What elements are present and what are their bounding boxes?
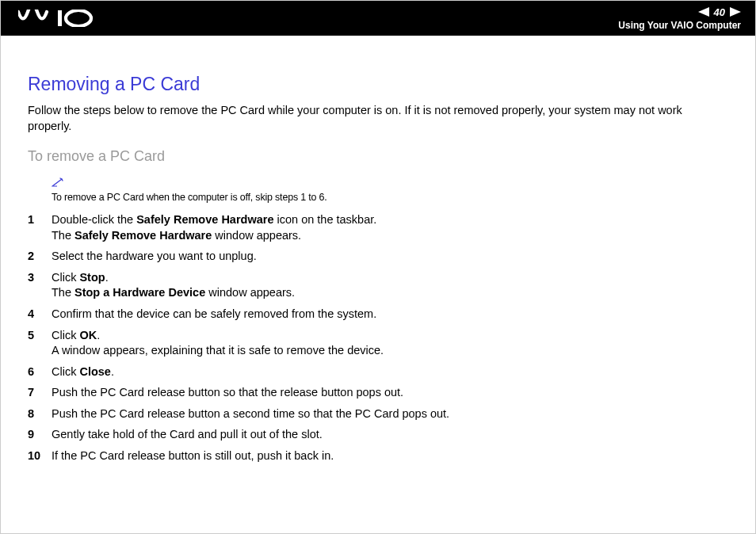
step-text: If the PC Card release button is still o… [52,448,728,464]
step-number: 2 [28,249,52,265]
page-content: Removing a PC Card Follow the steps belo… [1,36,755,463]
svg-rect-0 [58,10,62,26]
page-nav: 40 [698,6,741,18]
step-text: Gently take hold of the Card and pull it… [52,427,728,443]
svg-marker-2 [698,7,709,17]
step-number: 1 [28,212,52,228]
step-text: Click Close. [52,364,728,380]
step-item: 3Click Stop.The Stop a Hardware Device w… [28,270,728,301]
step-number: 4 [28,307,52,322]
header-bar: 40 Using Your VAIO Computer [1,1,755,36]
svg-point-1 [66,10,91,26]
step-item: 5Click OK.A window appears, explaining t… [28,328,728,359]
step-item: 1Double-click the Safely Remove Hardware… [28,212,728,243]
prev-page-arrow[interactable] [698,7,709,17]
step-text: Select the hardware you want to unplug. [52,249,728,265]
main-heading: Removing a PC Card [28,74,728,95]
note-icon [52,177,64,189]
note-text: To remove a PC Card when the computer is… [52,192,728,203]
sub-heading: To remove a PC Card [28,148,728,165]
step-text: Click OK.A window appears, explaining th… [52,328,728,359]
header-right: 40 Using Your VAIO Computer [618,6,741,31]
step-text: Double-click the Safely Remove Hardware … [52,212,728,243]
step-item: 2Select the hardware you want to unplug. [28,249,728,265]
step-item: 6Click Close. [28,364,728,380]
page-number: 40 [714,6,725,18]
note-block: To remove a PC Card when the computer is… [52,176,728,203]
step-item: 4Confirm that the device can be safely r… [28,307,728,322]
intro-paragraph: Follow the steps below to remove the PC … [28,103,728,134]
step-number: 10 [28,448,52,464]
step-text: Confirm that the device can be safely re… [52,307,728,322]
svg-marker-3 [730,7,741,17]
step-text: Push the PC Card release button so that … [52,385,728,401]
step-number: 5 [28,328,52,344]
step-number: 7 [28,385,52,401]
step-item: 9Gently take hold of the Card and pull i… [28,427,728,443]
vaio-logo [18,10,97,27]
step-number: 9 [28,427,52,443]
step-number: 3 [28,270,52,286]
step-text: Push the PC Card release button a second… [52,406,728,422]
step-number: 6 [28,364,52,380]
step-item: 10If the PC Card release button is still… [28,448,728,464]
step-text: Click Stop.The Stop a Hardware Device wi… [52,270,728,301]
step-item: 7Push the PC Card release button so that… [28,385,728,401]
section-label: Using Your VAIO Computer [618,20,741,31]
next-page-arrow[interactable] [730,7,741,17]
step-number: 8 [28,406,52,422]
step-item: 8Push the PC Card release button a secon… [28,406,728,422]
steps-list: 1Double-click the Safely Remove Hardware… [28,212,728,463]
